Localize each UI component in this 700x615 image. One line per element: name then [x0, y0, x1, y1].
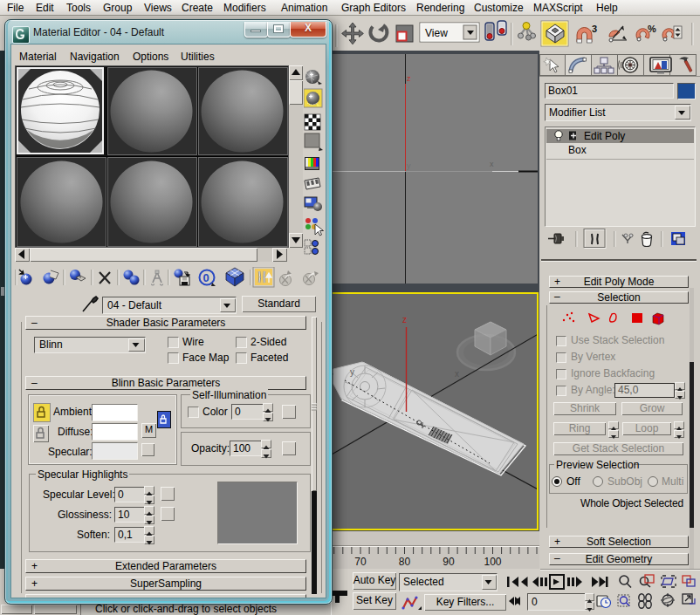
svg-text:z: z [407, 74, 411, 83]
svg-text:0: 0 [203, 271, 209, 284]
svg-text:3: 3 [592, 24, 597, 34]
svg-text:y: y [407, 161, 411, 170]
svg-text:View: View [425, 27, 448, 39]
svg-text:%: % [648, 24, 656, 34]
svg-text:70: 70 [354, 556, 367, 568]
svg-text:y: y [350, 367, 354, 377]
svg-text:90: 90 [443, 556, 455, 568]
svg-text:100: 100 [484, 556, 501, 568]
svg-text:z: z [402, 315, 407, 325]
svg-text:x: x [490, 160, 494, 168]
svg-text:80: 80 [399, 556, 411, 568]
svg-text:x: x [455, 369, 459, 379]
